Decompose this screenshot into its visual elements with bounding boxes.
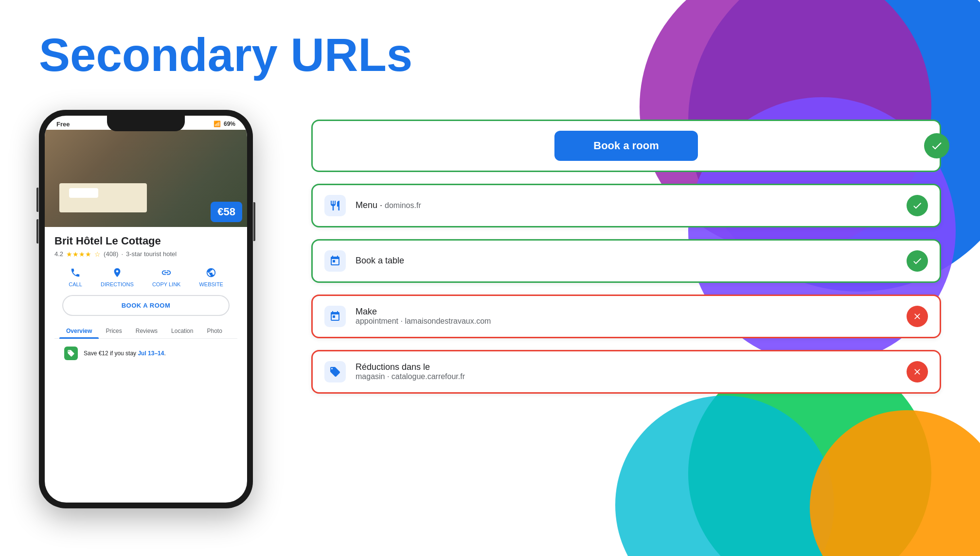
reductions-card-subtitle: magasin · catalogue.carrefour.fr [356,372,899,381]
rating-value: 4.2 [54,250,63,258]
status-right: 📶 69% [214,121,235,127]
tag-icon [64,347,78,360]
bed-shape [59,183,147,212]
bed-pillow [69,188,98,198]
link-icon [160,266,173,279]
separator: · [121,250,123,258]
directions-label: DIRECTIONS [101,281,134,287]
appointment-error-badge [907,306,928,327]
review-count: (408) [104,250,118,258]
directions-button[interactable]: DIRECTIONS [101,266,134,287]
appointment-calendar-icon [324,306,346,327]
tab-photos[interactable]: Photo [200,324,229,338]
hotel-image: €58 [45,130,247,227]
menu-success-badge [907,195,928,216]
volume-up-button [36,188,38,212]
call-button[interactable]: CALL [69,266,82,287]
phone-screen: Free 📶 69% €58 [45,116,247,503]
reductions-card-content: Réductions dans le magasin · catalogue.c… [356,362,899,381]
reductions-error-badge [907,361,928,382]
website-button[interactable]: WEBSITE [199,266,223,287]
menu-card-subtitle: dominos.fr [385,201,421,209]
url-card-book-table: Book a table [311,239,941,283]
url-card-book-room: Book a room [311,120,941,172]
call-label: CALL [69,281,82,287]
url-card-appointment: Make appointment · lamaisondestravaux.co… [311,295,941,338]
phone-icon [69,266,82,279]
copy-link-button[interactable]: COPY LINK [152,266,181,287]
hotel-info: Brit Hôtel Le Cottage 4.2 ★★★★☆ (408) · … [45,227,247,376]
reductions-card-title: Réductions dans le [356,362,899,372]
main-container: Secondary URLs Free 📶 69% [0,0,980,556]
copy-link-label: COPY LINK [152,281,181,287]
book-room-card-label: Book a room [593,139,659,152]
hotel-tabs: Overview Prices Reviews Location Photo [54,324,237,339]
star-icons: ★★★★ [66,250,91,258]
menu-card-title: Menu · [356,200,385,210]
phone-notch [107,116,185,131]
book-room-card-button[interactable]: Book a room [554,131,697,161]
url-card-reductions: Réductions dans le magasin · catalogue.c… [311,350,941,394]
battery-level: 69% [224,121,235,127]
phone-container: Free 📶 69% €58 [39,110,272,508]
star-half-icon: ☆ [94,250,101,258]
hotel-description: 3-star tourist hotel [126,250,177,258]
savings-banner: Save €12 if you stay Jul 13–14. [54,339,237,368]
fork-knife-icon [324,195,346,216]
tab-reviews[interactable]: Reviews [129,324,164,338]
savings-text: Save €12 if you stay Jul 13–14. [84,350,166,357]
savings-dates: Jul 13–14 [138,350,164,357]
globe-icon [204,266,218,279]
hotel-rating: 4.2 ★★★★☆ (408) · 3-star tourist hotel [54,250,237,258]
book-room-success-badge [924,133,949,158]
volume-down-button [36,219,38,243]
url-cards-panel: Book a room Menu · dominos.fr [311,110,941,394]
content-area: Free 📶 69% €58 [39,110,941,508]
wifi-icon: 📶 [214,121,221,127]
website-label: WEBSITE [199,281,223,287]
tab-prices[interactable]: Prices [99,324,128,338]
hotel-price: €58 [211,202,242,222]
appointment-card-subtitle: appointment · lamaisondestravaux.com [356,317,899,326]
page-title: Secondary URLs [39,29,941,81]
hotel-name: Brit Hôtel Le Cottage [54,235,237,247]
status-carrier: Free [56,121,70,128]
calendar-icon [324,250,346,272]
tab-location[interactable]: Location [164,324,200,338]
book-table-card-title: Book a table [356,256,404,265]
menu-card-content: Menu · dominos.fr [356,200,899,210]
appointment-card-content: Make appointment · lamaisondestravaux.co… [356,307,899,326]
book-room-phone-button[interactable]: BOOK A ROOM [62,295,230,316]
book-table-card-content: Book a table [356,256,899,266]
phone-mockup: Free 📶 69% €58 [39,110,253,508]
action-buttons: CALL DIRECTIONS [54,266,237,287]
url-card-menu: Menu · dominos.fr [311,184,941,227]
tab-overview[interactable]: Overview [59,324,99,338]
tag-price-icon [324,361,346,382]
appointment-card-title: Make [356,307,899,317]
book-table-success-badge [907,250,928,272]
power-button [253,202,255,241]
directions-icon [110,266,124,279]
